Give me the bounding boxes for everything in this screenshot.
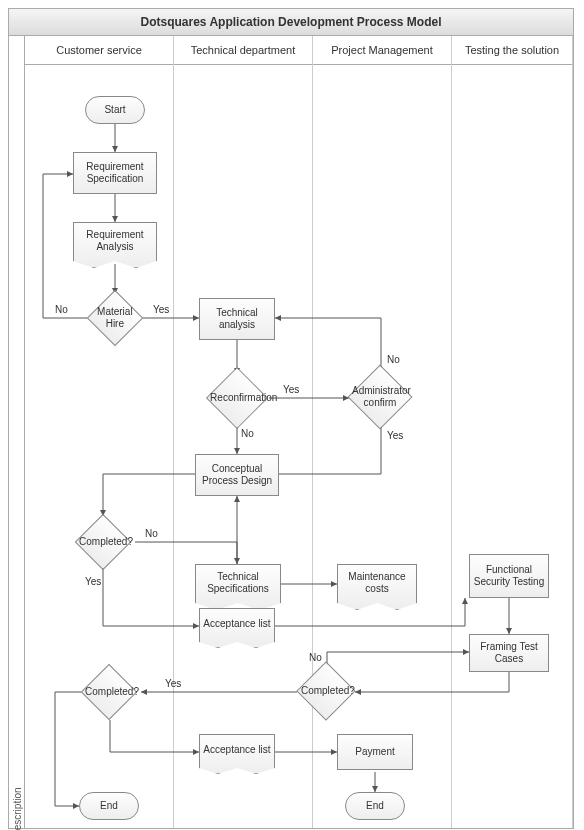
lane-header-2: Technical department <box>174 36 312 65</box>
label-admin-yes: Yes <box>387 430 403 441</box>
diagram-body: Description Customer service Technical d… <box>9 36 573 828</box>
label-admin-no: No <box>387 354 400 365</box>
node-framing-test-cases: Framing Test Cases <box>469 634 549 672</box>
node-maintenance-costs: Maintenance costs <box>337 564 417 610</box>
diagram-title: Dotsquares Application Development Proce… <box>9 9 573 36</box>
node-end-1: End <box>79 792 139 820</box>
node-technical-analysis: Technical analysis <box>199 298 275 340</box>
swimlanes: Customer service Technical department Pr… <box>25 36 573 828</box>
node-payment: Payment <box>337 734 413 770</box>
node-acceptance-list-1: Acceptance list <box>199 608 275 648</box>
node-functional-security-testing: Functional Security Testing <box>469 554 549 598</box>
description-strip: Description <box>9 36 25 828</box>
label-completed3-no: No <box>309 652 322 663</box>
lane-testing-solution: Testing the solution <box>452 36 573 828</box>
lane-header-4: Testing the solution <box>452 36 572 65</box>
node-acceptance-list-2: Acceptance list <box>199 734 275 774</box>
label-completed3-yes: Yes <box>165 678 181 689</box>
description-label: Description <box>11 787 22 830</box>
node-start: Start <box>85 96 145 124</box>
lane-header-1: Customer service <box>25 36 173 65</box>
label-reconfirm-no: No <box>241 428 254 439</box>
node-technical-specifications: Technical Specifications <box>195 564 281 610</box>
label-material-no: No <box>55 304 68 315</box>
node-end-2: End <box>345 792 405 820</box>
label-completed1-yes: Yes <box>85 576 101 587</box>
label-reconfirm-yes: Yes <box>283 384 299 395</box>
label-completed1-no: No <box>145 528 158 539</box>
node-conceptual-process-design: Conceptual Process Design <box>195 454 279 496</box>
node-requirement-specification: Requirement Specification <box>73 152 157 194</box>
diagram-panel: Dotsquares Application Development Proce… <box>8 8 574 829</box>
label-material-yes: Yes <box>153 304 169 315</box>
lane-header-3: Project Management <box>313 36 451 65</box>
